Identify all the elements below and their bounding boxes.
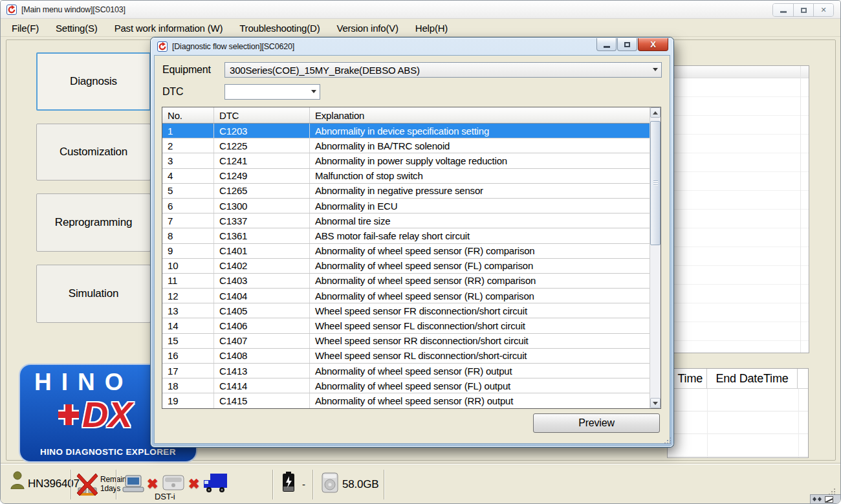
dialog-client-area: Equipment 300Series(COE)_15MY_Brake(DEBS…	[154, 55, 670, 444]
table-row[interactable]: 16 C1408 Wheel speed sensor RL disconnec…	[162, 349, 650, 364]
scroll-down-button[interactable]	[650, 398, 661, 408]
battery-icon	[281, 471, 296, 493]
scrollbar-thumb[interactable]	[650, 121, 661, 245]
table-row[interactable]: 13 C1405 Wheel speed sensor FR disconnec…	[162, 303, 650, 318]
cell-dtc: C1203	[214, 124, 310, 138]
cell-dtc: C1300	[214, 199, 310, 213]
table-row[interactable]: 7 C1337 Abnormal tire size	[162, 214, 650, 228]
thumb-grip	[653, 181, 658, 186]
disconnect-x-icon: ✖	[188, 476, 199, 492]
cell-explanation: ABS motor fail-safe relay short circuit	[310, 228, 650, 243]
cell-dtc: C1241	[214, 153, 310, 168]
dialog-resize-grip[interactable]	[664, 437, 671, 444]
nav-button[interactable]: Customization	[36, 124, 151, 181]
dialog-close-button[interactable]: X	[638, 38, 668, 51]
logo-cross-icon	[56, 402, 81, 427]
table-row[interactable]: 18 C1414 Abnormality of wheel speed sens…	[162, 378, 650, 393]
dialog-maximize-button[interactable]	[617, 38, 637, 51]
disk-free-space: 58.0GB	[342, 478, 378, 491]
cell-no: 19	[162, 393, 214, 408]
menu-item[interactable]: Setting(S)	[47, 20, 106, 36]
table-row[interactable]: 12 C1404 Abnormality of wheel speed sens…	[162, 289, 650, 303]
cell-explanation: Malfunction of stop switch	[310, 169, 650, 183]
cell-explanation: Abnormality in negative pressure sensor	[310, 184, 650, 198]
dialog-minimize-button[interactable]	[596, 38, 617, 51]
cell-dtc: C1337	[214, 214, 310, 228]
table-row[interactable]: 15 C1407 Wheel speed sensor RR disconnec…	[162, 334, 650, 349]
cell-dtc: C1249	[214, 169, 310, 183]
table-row[interactable]: 17 C1413 Abnormality of wheel speed sens…	[162, 364, 650, 378]
table-row[interactable]: 8 C1361 ABS motor fail-safe relay short …	[162, 228, 650, 243]
table-row[interactable]: 11 C1403 Abnormality of wheel speed sens…	[162, 274, 650, 289]
table-row[interactable]: 1 C1203 Abnormality in device specificat…	[162, 124, 650, 138]
dialog-titlebar[interactable]: [Diagnostic flow selection][SC0620]	[151, 38, 673, 55]
menu-item[interactable]: Version info(V)	[328, 20, 406, 36]
status-bar: HN396407 Remain 1days ✖ DST-i ✖	[1, 464, 840, 504]
history-col-time[interactable]: Time	[668, 369, 707, 388]
dialog-title: [Diagnostic flow selection][SC0620]	[172, 42, 294, 51]
cell-no: 7	[162, 214, 214, 228]
cell-dtc: C1408	[214, 349, 310, 363]
table-row[interactable]: 10 C1402 Abnormality of wheel speed sens…	[162, 259, 650, 274]
table-row[interactable]: 6 C1300 Abnormality in ECU	[162, 199, 650, 214]
dtc-table: No. DTC Explanation 1 C1203 Abnormality …	[162, 107, 661, 409]
nav-button[interactable]: Simulation	[36, 265, 151, 323]
dtc-label: DTC	[162, 86, 183, 98]
cell-no: 1	[162, 124, 214, 138]
table-row[interactable]: 4 C1249 Malfunction of stop switch	[162, 169, 650, 184]
header-no[interactable]: No.	[162, 107, 214, 123]
cell-no: 3	[162, 153, 214, 168]
table-row[interactable]: 5 C1265 Abnormality in negative pressure…	[162, 184, 650, 199]
equipment-dropdown[interactable]: 300Series(COE)_15MY_Brake(DEBSO ABS)	[224, 62, 662, 78]
header-explanation[interactable]: Explanation	[310, 107, 650, 123]
history-table: Time End DateTime	[667, 368, 809, 458]
vertical-scrollbar[interactable]	[650, 107, 661, 408]
cell-dtc: C1413	[214, 364, 310, 378]
scroll-up-button[interactable]	[650, 107, 661, 118]
menu-item[interactable]: Past work information (W)	[106, 20, 232, 36]
application-window: [Main menu window][SC0103] ✕ File(F)Sett…	[0, 0, 841, 504]
cell-dtc: C1415	[214, 393, 310, 408]
cell-explanation: Wheel speed sensor RR disconnection/shor…	[310, 334, 650, 348]
nav-button[interactable]: Reprogramming	[36, 193, 151, 252]
menu-item[interactable]: Help(H)	[407, 20, 456, 36]
nav-button[interactable]: Diagnosis	[36, 52, 151, 111]
logo-tagline: HINO DIAGNOSTIC EXPLORER	[20, 447, 196, 457]
cell-explanation: Abnormality of wheel speed sensor (RR) o…	[310, 393, 650, 408]
menu-item[interactable]: Troubleshooting(D)	[231, 20, 328, 36]
preview-button[interactable]: Preview	[533, 413, 660, 433]
minimize-button[interactable]	[773, 4, 793, 16]
dst-i-icon	[162, 475, 184, 490]
cell-dtc: C1402	[214, 259, 310, 273]
tray-icon[interactable]	[818, 497, 822, 501]
history-col-end-datetime[interactable]: End DateTime	[707, 369, 798, 388]
chevron-down-icon	[653, 68, 658, 71]
table-row[interactable]: 3 C1241 Abnormality in power supply volt…	[162, 153, 650, 168]
cell-dtc: C1403	[214, 274, 310, 288]
cell-no: 18	[162, 378, 214, 393]
cell-no: 14	[162, 318, 214, 333]
menu-item[interactable]: File(F)	[3, 20, 47, 36]
cell-dtc: C1265	[214, 184, 310, 198]
header-dtc[interactable]: DTC	[214, 107, 310, 123]
cell-no: 13	[162, 303, 214, 318]
network-error-icon	[76, 472, 99, 497]
cell-no: 10	[162, 259, 214, 273]
main-window-controls: ✕	[772, 3, 834, 17]
cell-dtc: C1401	[214, 244, 310, 258]
diagnostic-flow-dialog: [Diagnostic flow selection][SC0620] X Eq…	[151, 38, 673, 447]
table-row[interactable]: 14 C1406 Wheel speed sensor FL disconnec…	[162, 318, 650, 333]
maximize-icon	[624, 42, 630, 47]
table-row[interactable]: 2 C1225 Abnormality in BA/TRC solenoid	[162, 138, 650, 153]
cell-no: 5	[162, 184, 214, 198]
tray-icon[interactable]	[813, 497, 816, 501]
cell-no: 2	[162, 138, 214, 153]
close-button[interactable]: ✕	[813, 4, 833, 16]
restore-button[interactable]	[793, 4, 813, 16]
main-window-title: [Main menu window][SC0103]	[21, 5, 126, 14]
tray-icon[interactable]	[825, 496, 833, 503]
table-row[interactable]: 9 C1401 Abnormality of wheel speed senso…	[162, 244, 650, 259]
dtc-dropdown[interactable]	[224, 84, 320, 100]
cell-explanation: Abnormality of wheel speed sensor (RL) c…	[310, 289, 650, 303]
table-row[interactable]: 19 C1415 Abnormality of wheel speed sens…	[162, 393, 650, 408]
